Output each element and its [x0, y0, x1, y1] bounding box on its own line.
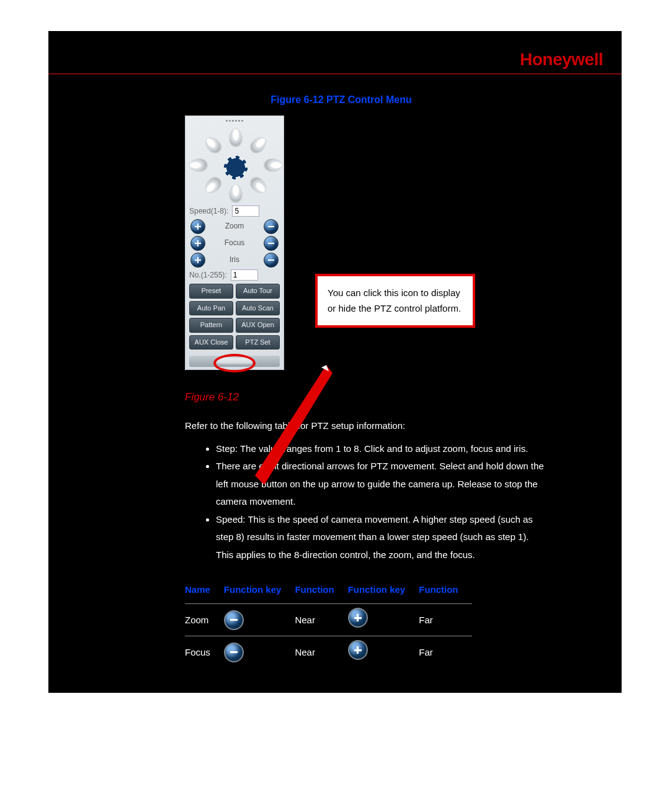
cell-minus-icon [224, 636, 295, 669]
iris-plus-icon[interactable] [190, 253, 205, 268]
arrow-up-left-icon[interactable] [202, 134, 223, 155]
table-row: Focus Near Far [185, 636, 472, 669]
callout-text: You can click this icon to display or hi… [328, 287, 461, 314]
cell-func: Near [295, 636, 347, 669]
function-table: Name Function key Function Function key … [185, 580, 472, 668]
auto-tour-button[interactable]: Auto Tour [236, 284, 280, 299]
focus-label: Focus [205, 237, 264, 249]
th-name: Name [185, 580, 224, 604]
info-list: Step: The value ranges from 1 to 8. Clic… [98, 440, 584, 564]
page-content: Figure 6-12 PTZ Control Menu Speed(1-8): [48, 74, 622, 668]
list-item: There are eight directional arrows for P… [216, 458, 547, 511]
direction-pad [189, 129, 282, 202]
th-fk1: Function key [224, 580, 295, 604]
cell-plus-icon [348, 604, 419, 636]
direction-hub-icon[interactable] [224, 156, 248, 179]
document-page: Honeywell Figure 6-12 PTZ Control Menu [48, 31, 622, 693]
table-row: Zoom Near Far [185, 604, 472, 636]
ptz-set-button[interactable]: PTZ Set [236, 335, 280, 350]
brand-logo: Honeywell [520, 50, 603, 69]
arrow-down-icon[interactable] [230, 184, 242, 202]
focus-row: Focus [190, 236, 279, 251]
callout-box: You can click this icon to display or hi… [315, 274, 475, 328]
number-row: No.(1-255): [189, 269, 280, 281]
plus-icon [348, 608, 368, 628]
plus-icon [348, 640, 368, 660]
pattern-button[interactable]: Pattern [189, 318, 233, 333]
minus-icon [224, 610, 244, 630]
cell-func: Far [419, 604, 471, 636]
list-item: Speed: This is the speed of camera movem… [216, 511, 547, 564]
th-f2: Function [419, 580, 471, 604]
number-label: No.(1-255): [189, 269, 227, 281]
figure-title: Figure 6-12 PTZ Control Menu [98, 92, 584, 108]
ptz-button-grid: Preset Auto Tour Auto Pan Auto Scan Patt… [189, 284, 280, 350]
aux-open-button[interactable]: AUX Open [236, 318, 280, 333]
ptz-control-panel: Speed(1-8): Zoom Focus Iris [185, 115, 284, 371]
zoom-minus-icon[interactable] [264, 219, 279, 234]
speed-label: Speed(1-8): [189, 205, 228, 217]
toggle-tab-icon[interactable] [215, 357, 254, 364]
speed-row: Speed(1-8): [189, 205, 280, 217]
zoom-label: Zoom [205, 220, 264, 232]
focus-plus-icon[interactable] [190, 236, 205, 251]
minus-icon [224, 643, 244, 662]
figure-caption: Figure 6-12 [98, 389, 584, 405]
arrow-down-left-icon[interactable] [202, 175, 223, 196]
cell-name: Focus [185, 636, 224, 669]
arrow-down-right-icon[interactable] [248, 175, 269, 196]
cell-plus-icon [348, 636, 419, 669]
zoom-plus-icon[interactable] [190, 219, 205, 234]
iris-label: Iris [205, 254, 264, 266]
aux-close-button[interactable]: AUX Close [189, 335, 233, 350]
list-item: Step: The value ranges from 1 to 8. Clic… [216, 440, 547, 458]
focus-minus-icon[interactable] [264, 236, 279, 251]
cell-func: Far [419, 636, 471, 669]
th-f1: Function [295, 580, 347, 604]
arrow-right-icon[interactable] [265, 159, 282, 171]
arrow-up-right-icon[interactable] [248, 134, 269, 155]
page-header: Honeywell [48, 43, 622, 74]
speed-input[interactable] [232, 205, 259, 217]
th-fk2: Function key [348, 580, 419, 604]
panel-grip-icon [189, 120, 280, 126]
intro-text: Refer to the following table for PTZ set… [98, 417, 584, 434]
cell-func: Near [295, 604, 347, 636]
iris-row: Iris [190, 253, 279, 268]
number-input[interactable] [231, 269, 258, 281]
svg-marker-1 [321, 365, 329, 371]
arrow-left-icon[interactable] [189, 159, 207, 171]
iris-minus-icon[interactable] [264, 253, 279, 268]
preset-button[interactable]: Preset [189, 284, 233, 299]
zoom-row: Zoom [190, 219, 279, 234]
figure-wrap: Speed(1-8): Zoom Focus Iris [98, 115, 584, 371]
panel-toggle-bar[interactable] [189, 356, 280, 367]
cell-minus-icon [224, 604, 295, 636]
cell-name: Zoom [185, 604, 224, 636]
arrow-up-icon[interactable] [230, 129, 242, 146]
auto-pan-button[interactable]: Auto Pan [189, 301, 233, 316]
auto-scan-button[interactable]: Auto Scan [236, 301, 280, 316]
